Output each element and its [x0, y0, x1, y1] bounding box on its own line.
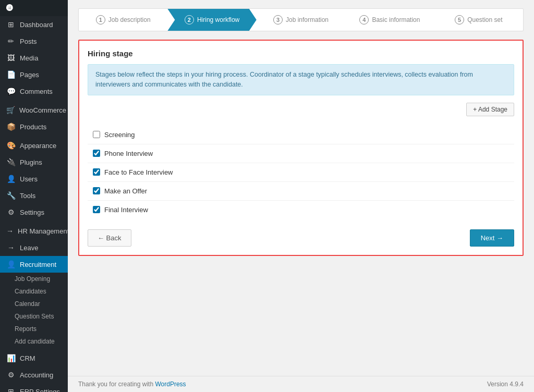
wizard-step-1[interactable]: 1 Job description	[79, 9, 167, 31]
stage-label-phone-interview: Phone Interview	[104, 150, 153, 157]
step-label-5: Question set	[467, 16, 502, 23]
action-bar: ← Back Next →	[88, 229, 514, 247]
sidebar-item-leave[interactable]: → Leave	[0, 239, 68, 256]
sidebar-item-settings[interactable]: ⚙ Settings	[0, 204, 68, 220]
sidebar-item-appearance[interactable]: 🎨 Appearance	[0, 137, 68, 154]
sidebar-item-label: Media	[20, 54, 38, 62]
sidebar-item-recruitment[interactable]: 👤 Recruitment	[0, 256, 68, 273]
stage-label-screening: Screening	[104, 131, 135, 139]
stage-checkbox-make-offer[interactable]	[93, 187, 100, 194]
erp-settings-icon: ⊞	[6, 387, 16, 392]
stage-label-face-interview: Face to Face Interview	[104, 168, 173, 176]
tools-icon: 🔧	[6, 191, 16, 200]
next-button[interactable]: Next →	[470, 229, 514, 247]
sidebar-item-label: Products	[20, 123, 46, 131]
stage-checkbox-screening[interactable]	[93, 131, 100, 138]
content-area: 1 Job description 2 Hiring workflow 3 Jo…	[68, 0, 534, 376]
sidebar-sub-add-candidate[interactable]: Add candidate	[0, 335, 68, 348]
pages-icon: 📄	[6, 70, 16, 79]
sidebar-item-plugins[interactable]: 🔌 Plugins	[0, 154, 68, 170]
add-stage-button[interactable]: + Add Stage	[466, 103, 514, 116]
step-num-4: 4	[359, 15, 369, 24]
info-box: Stages below reflect the steps in your h…	[88, 64, 514, 95]
sidebar-item-label: Pages	[20, 71, 39, 79]
wordpress-link[interactable]: WordPress	[155, 381, 186, 388]
sidebar-item-label: Plugins	[20, 158, 42, 166]
stage-list: Screening Phone Interview Face to Face I…	[88, 126, 514, 219]
dashboard-icon: ⊞	[6, 20, 16, 29]
step-label-2: Hiring workflow	[197, 16, 239, 23]
sidebar-item-products[interactable]: 📦 Products	[0, 118, 68, 135]
step-num-5: 5	[455, 15, 464, 24]
sidebar-item-label: Tools	[20, 192, 35, 200]
wizard-step-2[interactable]: 2 Hiring workflow	[167, 9, 256, 31]
sidebar-item-label: ERP Settings	[20, 388, 60, 393]
wizard-step-4[interactable]: 4 Basic information	[345, 9, 434, 31]
leave-icon: →	[6, 243, 16, 252]
comments-icon: 💬	[6, 87, 16, 95]
accounting-icon: ⚙	[6, 371, 16, 379]
step-label-3: Job information	[286, 16, 329, 23]
sidebar-item-erp-settings[interactable]: ⊞ ERP Settings	[0, 383, 68, 392]
hr-icon: →	[6, 227, 14, 235]
sidebar-sub-candidates[interactable]: Candidates	[0, 285, 68, 298]
sidebar-item-hr[interactable]: → HR Management	[0, 223, 68, 239]
posts-icon: ✏	[6, 37, 16, 45]
stage-checkbox-face-interview[interactable]	[93, 168, 100, 176]
stage-label-make-offer: Make an Offer	[104, 187, 147, 195]
sidebar-item-comments[interactable]: 💬 Comments	[0, 83, 68, 100]
step-num-2: 2	[185, 15, 194, 24]
sidebar-item-accounting[interactable]: ⚙ Accounting	[0, 366, 68, 383]
stage-row-face-interview: Face to Face Interview	[88, 163, 514, 182]
users-icon: 👤	[6, 175, 16, 183]
sidebar-logo: 🅦	[0, 0, 68, 16]
sidebar-item-label: HR Management	[18, 227, 68, 235]
card-title: Hiring stage	[88, 49, 514, 58]
footer-credit: Thank you for creating with WordPress	[78, 381, 186, 388]
sidebar-item-label: Dashboard	[20, 21, 53, 29]
step-label-1: Job description	[108, 16, 151, 23]
footer-version: Version 4.9.4	[487, 381, 524, 388]
sidebar-sub-reports[interactable]: Reports	[0, 323, 68, 335]
wizard-step-3[interactable]: 3 Job information	[257, 9, 345, 31]
products-icon: 📦	[6, 123, 16, 131]
hiring-stage-card: Hiring stage Stages below reflect the st…	[78, 40, 524, 256]
sidebar-item-woocommerce[interactable]: 🛒 WooCommerce	[0, 102, 68, 118]
stage-row-make-offer: Make an Offer	[88, 182, 514, 201]
sidebar-item-label: Users	[20, 175, 38, 183]
sidebar-sub-job-opening[interactable]: Job Opening	[0, 273, 68, 285]
sidebar-item-pages[interactable]: 📄 Pages	[0, 66, 68, 83]
sidebar-item-label: Comments	[20, 88, 53, 95]
wp-logo-icon: 🅦	[6, 4, 13, 12]
stage-row-final-interview: Final Interview	[88, 201, 514, 219]
sidebar-item-dashboard[interactable]: ⊞ Dashboard	[0, 16, 68, 33]
sidebar-item-label: CRM	[20, 354, 35, 362]
stage-checkbox-phone-interview[interactable]	[93, 150, 100, 157]
back-button[interactable]: ← Back	[88, 229, 131, 247]
sidebar-item-users[interactable]: 👤 Users	[0, 170, 68, 187]
step-num-3: 3	[273, 15, 283, 24]
sidebar-item-media[interactable]: 🖼 Media	[0, 50, 68, 66]
sidebar-item-label: Settings	[20, 209, 44, 216]
sidebar-sub-question-sets[interactable]: Question Sets	[0, 310, 68, 323]
recruitment-icon: 👤	[6, 260, 16, 268]
sidebar-item-label: WooCommerce	[19, 106, 66, 114]
footer-thank-you-text: Thank you for creating with	[78, 381, 153, 388]
stage-row-screening: Screening	[88, 126, 514, 144]
wizard-step-5[interactable]: 5 Question set	[434, 9, 523, 31]
stage-checkbox-final-interview[interactable]	[93, 206, 100, 213]
sidebar-item-label: Leave	[20, 244, 38, 252]
stage-label-final-interview: Final Interview	[104, 206, 148, 214]
woocommerce-icon: 🛒	[6, 106, 15, 114]
sidebar-item-tools[interactable]: 🔧 Tools	[0, 187, 68, 204]
sidebar-item-label: Recruitment	[20, 261, 56, 268]
crm-icon: 📊	[6, 354, 16, 362]
sidebar-item-label: Posts	[20, 38, 37, 45]
plugins-icon: 🔌	[6, 158, 16, 166]
sidebar-sub-calendar[interactable]: Calendar	[0, 298, 68, 310]
settings-icon: ⚙	[6, 208, 16, 216]
sidebar-item-posts[interactable]: ✏ Posts	[0, 33, 68, 50]
sidebar-item-label: Accounting	[20, 371, 53, 379]
sidebar-item-crm[interactable]: 📊 CRM	[0, 350, 68, 366]
main-content: 1 Job description 2 Hiring workflow 3 Jo…	[68, 0, 534, 392]
